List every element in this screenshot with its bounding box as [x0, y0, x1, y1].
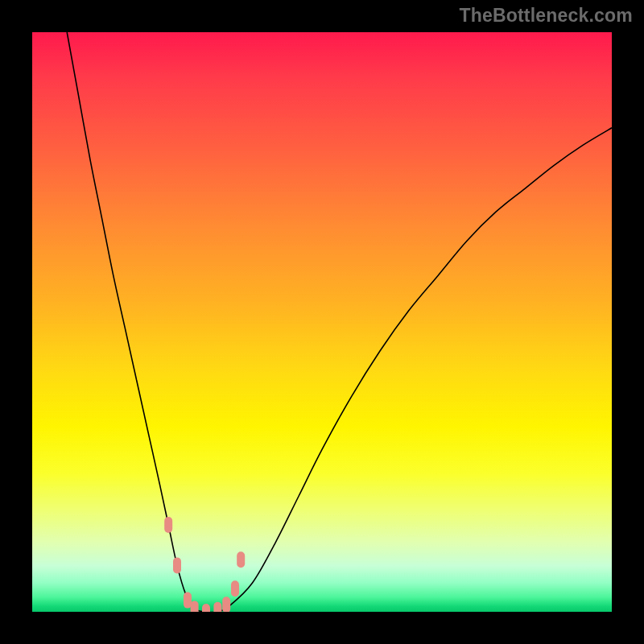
chart-svg: [32, 32, 612, 612]
data-marker: [164, 517, 172, 533]
data-marker: [222, 597, 230, 612]
curve-markers: [164, 517, 245, 612]
watermark-text: TheBottleneck.com: [459, 5, 633, 27]
data-marker: [213, 602, 221, 612]
data-marker: [237, 551, 245, 568]
data-marker: [202, 604, 210, 612]
bottleneck-curve: [67, 32, 612, 612]
data-marker: [231, 580, 239, 597]
data-marker: [173, 557, 181, 573]
data-marker: [184, 592, 192, 609]
chart-frame: TheBottleneck.com: [0, 0, 644, 644]
data-marker: [191, 601, 199, 612]
plot-area: [32, 32, 612, 612]
